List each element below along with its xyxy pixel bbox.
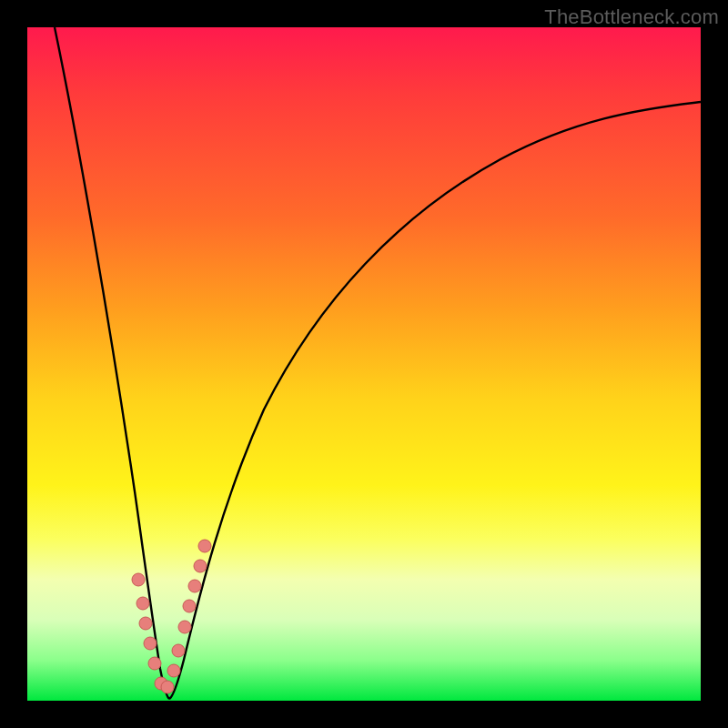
marker	[178, 621, 191, 633]
marker	[183, 600, 196, 612]
chart-frame: TheBottleneck.com	[0, 0, 728, 728]
marker	[144, 637, 157, 650]
watermark-text: TheBottleneck.com	[544, 5, 719, 29]
plot-area	[27, 27, 701, 701]
marker	[148, 657, 161, 670]
marker	[139, 617, 152, 630]
marker	[194, 560, 207, 572]
marker	[198, 540, 211, 552]
curve-right-branch	[169, 102, 701, 699]
marker	[161, 681, 174, 693]
curve-left-branch	[55, 27, 169, 699]
marker	[132, 573, 145, 586]
marker	[136, 597, 149, 610]
marker	[188, 580, 201, 592]
marker	[167, 664, 180, 677]
curve-layer	[27, 27, 701, 701]
marker	[172, 644, 185, 657]
